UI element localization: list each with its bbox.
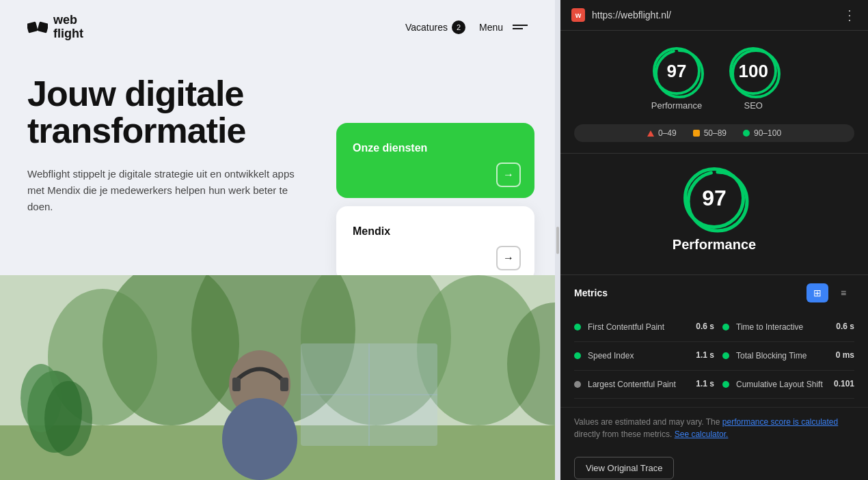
vacatures-label: Vacatures: [405, 22, 448, 33]
metric-value-tbt: 0 ms: [836, 350, 854, 360]
legend-50-89-label: 50–89: [704, 128, 727, 138]
legend-90-100-label: 90–100: [754, 128, 781, 138]
metric-inner-cls: Cumulative Layout Shift 0.101: [736, 379, 854, 391]
list-view-btn[interactable]: ≡: [832, 283, 854, 302]
nav-vacatures[interactable]: Vacatures 2: [405, 20, 465, 34]
info-text: Values are estimated and may vary. The p…: [560, 407, 868, 449]
metric-name-si: Speed Index: [588, 350, 634, 362]
info-text-after: directly from these metrics.: [574, 429, 675, 439]
metric-dot-cls: [722, 381, 729, 388]
metric-name-tbt: Total Blocking Time: [736, 350, 806, 362]
detail-gauge-svg: [683, 167, 752, 236]
hero-subtitle: Webflight stippelt je digitale strategie…: [27, 166, 301, 215]
metric-dot-tbt: [722, 352, 729, 359]
score-circle-seo: 100: [729, 47, 777, 95]
metrics-grid: First Contentful Paint 0.6 s Time to Int…: [574, 313, 854, 399]
svg-rect-0: [27, 21, 38, 33]
svg-point-13: [222, 398, 297, 480]
metric-row-cls: Cumulative Layout Shift 0.101: [714, 371, 854, 399]
metric-row-lcp: Largest Contentful Paint 1.1 s: [574, 371, 714, 399]
metric-value-si: 1.1 s: [696, 350, 714, 360]
seo-score-label: SEO: [744, 100, 762, 111]
legend-dot-icon: [743, 130, 750, 137]
legend-90-100: 90–100: [735, 128, 789, 138]
metrics-section: Metrics ⊞ ≡ First Contentful Paint 0.6 s: [560, 275, 868, 407]
gauge-svg-performance: [652, 46, 707, 101]
performance-score-label: Performance: [651, 100, 702, 111]
metric-value-tti: 0.6 s: [836, 322, 854, 331]
view-toggle: ⊞ ≡: [806, 283, 854, 302]
card-green-label: Onze diensten: [353, 142, 427, 154]
logo-text-flight: flight: [53, 27, 83, 41]
metric-row-si: Speed Index 1.1 s: [574, 342, 714, 371]
legend-0-49-label: 0–49: [658, 128, 677, 138]
cards-area: Onze diensten → Mendix →: [336, 123, 555, 281]
metric-name-fcp: First Contentful Paint: [588, 322, 664, 333]
bottom-bar: View Original Trace: [560, 449, 868, 480]
metric-row-fcp: First Contentful Paint 0.6 s: [574, 313, 714, 342]
score-seo: 100 SEO: [729, 47, 777, 111]
legend-square-icon: [693, 130, 700, 137]
scores-section: 97 Performance 100 SEO 0–49: [560, 31, 868, 154]
legend-row: 0–49 50–89 90–100: [574, 124, 854, 142]
metric-row-tbt: Total Blocking Time 0 ms: [714, 342, 854, 371]
svg-rect-1: [37, 21, 48, 33]
vacatures-badge: 2: [452, 20, 465, 34]
legend-50-89: 50–89: [685, 128, 735, 138]
legend-0-49: 0–49: [639, 128, 685, 138]
metrics-header: Metrics ⊞ ≡: [574, 283, 854, 302]
detail-title: Performance: [673, 237, 756, 253]
metric-inner-tbt: Total Blocking Time 0 ms: [736, 350, 854, 362]
svg-rect-11: [232, 378, 241, 391]
panel-divider[interactable]: [555, 0, 560, 480]
metric-name-tti: Time to Interactive: [736, 322, 803, 333]
hero-title: Jouw digitale transformatie: [27, 75, 314, 150]
detail-section: 97 Performance: [560, 154, 868, 275]
grid-view-btn[interactable]: ⊞: [806, 283, 828, 302]
hero-content: Jouw digitale transformatie Webflight st…: [0, 55, 342, 215]
more-options-icon[interactable]: ⋮: [843, 7, 857, 23]
card-white-arrow: →: [496, 246, 521, 270]
metric-row-tti: Time to Interactive 0.6 s: [714, 313, 854, 342]
metric-dot-si: [574, 352, 581, 359]
metric-value-fcp: 0.6 s: [696, 322, 714, 331]
nav-menu[interactable]: Menu: [479, 22, 528, 33]
site-header: web flight Vacatures 2 Menu: [0, 0, 555, 55]
metric-inner-tti: Time to Interactive 0.6 s: [736, 322, 854, 333]
metric-dot-lcp: [574, 381, 581, 388]
menu-icon: [513, 25, 528, 29]
left-panel: web flight Vacatures 2 Menu Jouw digital…: [0, 0, 555, 480]
card-green-arrow: →: [496, 163, 521, 187]
metric-value-cls: 0.101: [834, 379, 854, 389]
metric-name-lcp: Largest Contentful Paint: [588, 379, 676, 391]
metric-inner-si: Speed Index 1.1 s: [588, 350, 714, 362]
metric-inner-fcp: First Contentful Paint 0.6 s: [588, 322, 714, 333]
performance-score-link[interactable]: performance score is calculated: [722, 417, 838, 427]
metric-value-lcp: 1.1 s: [696, 379, 714, 389]
url-text: https://webflight.nl/: [592, 10, 671, 20]
score-circle-performance: 97: [653, 47, 701, 95]
menu-label: Menu: [479, 22, 503, 33]
logo-text-web: web: [53, 14, 83, 27]
svg-point-20: [656, 51, 703, 97]
metrics-title: Metrics: [574, 287, 608, 298]
metric-inner-lcp: Largest Contentful Paint 1.1 s: [588, 379, 714, 391]
card-white-mendix[interactable]: Mendix →: [336, 206, 534, 281]
nav-right: Vacatures 2 Menu: [405, 20, 528, 34]
view-original-trace-button[interactable]: View Original Trace: [574, 457, 674, 479]
svg-point-16: [44, 381, 92, 456]
favicon: w: [571, 8, 585, 22]
card-green-diensten[interactable]: Onze diensten →: [336, 123, 534, 198]
resize-handle: [556, 227, 559, 254]
svg-point-22: [688, 172, 747, 231]
svg-point-21: [733, 51, 779, 97]
logo[interactable]: web flight: [27, 14, 83, 41]
svg-rect-12: [280, 378, 288, 391]
hero-svg: [0, 275, 555, 480]
legend-triangle-icon: [647, 130, 654, 137]
see-calculator-link[interactable]: See calculator.: [675, 429, 729, 439]
url-row: w https://webflight.nl/: [571, 8, 671, 22]
topbar: w https://webflight.nl/ ⋮: [560, 0, 868, 31]
gauge-svg-seo: [729, 46, 783, 101]
detail-score-circle: 97: [683, 167, 745, 229]
